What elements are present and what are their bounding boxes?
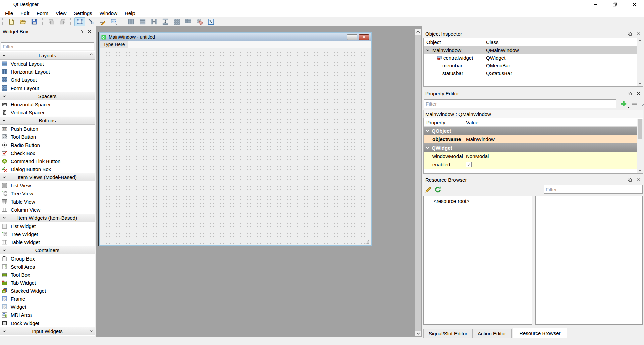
widget-category-spacers[interactable]: Spacers: [0, 92, 95, 100]
widget-item-form-layout[interactable]: Form Layout: [0, 84, 95, 92]
widget-item-frame[interactable]: Frame: [0, 295, 95, 303]
widget-item-scroll-area[interactable]: Scroll Area: [0, 263, 95, 271]
widget-item-radio-button[interactable]: Radio Button: [0, 141, 95, 149]
property-value[interactable]: NonModal: [463, 152, 643, 160]
menu-view[interactable]: View: [52, 10, 70, 17]
tab-resource-browser[interactable]: Resource Browser: [513, 328, 567, 338]
layout-in-form-button[interactable]: [183, 17, 194, 26]
widget-item-combo-box[interactable]: Combo Box: [0, 335, 95, 336]
widget-item-horizontal-layout[interactable]: Horizontal Layout: [0, 68, 95, 76]
widget-item-tree-widget[interactable]: Tree Widget: [0, 230, 95, 238]
configure-property-editor-button[interactable]: [640, 100, 644, 108]
form-close-button[interactable]: [359, 34, 369, 40]
minimize-button[interactable]: [586, 0, 605, 9]
widget-box-close-button[interactable]: [86, 28, 92, 34]
scroll-down-icon[interactable]: [415, 331, 421, 336]
property-filter-input[interactable]: [424, 99, 616, 108]
widget-box-float-button[interactable]: [77, 28, 84, 34]
layout-vertically-in-splitter-button[interactable]: [160, 17, 171, 26]
object-inspector-float-button[interactable]: [627, 31, 633, 37]
reload-resources-button[interactable]: [433, 185, 442, 194]
column-property[interactable]: Property: [424, 118, 463, 126]
form-canvas[interactable]: [100, 48, 371, 245]
undo-button[interactable]: [46, 17, 57, 26]
widget-item-horizontal-spacer[interactable]: Horizontal Spacer: [0, 100, 95, 108]
widget-box-filter-input[interactable]: [1, 42, 94, 50]
property-value[interactable]: MainWindow: [463, 135, 643, 143]
widget-item-vertical-spacer[interactable]: Vertical Spacer: [0, 108, 95, 116]
edit-signals-slots-button[interactable]: [86, 17, 97, 26]
size-grip-icon[interactable]: [365, 240, 370, 244]
property-value[interactable]: [463, 160, 643, 169]
widget-item-list-view[interactable]: List View: [0, 181, 95, 189]
form-window[interactable]: Qt MainWindow - untitled Type Here: [98, 32, 372, 246]
break-layout-button[interactable]: [194, 17, 205, 26]
scroll-up-icon[interactable]: [89, 52, 94, 56]
widget-item-vertical-layout[interactable]: Vertical Layout: [0, 60, 95, 68]
scroll-down-icon[interactable]: [638, 81, 642, 85]
object-inspector-scrollbar[interactable]: [637, 38, 643, 86]
resource-browser-close-button[interactable]: [635, 177, 641, 183]
widget-item-dock-widget[interactable]: Dock Widget: [0, 319, 95, 327]
object-row-menubar[interactable]: menubarQMenuBar: [424, 62, 643, 69]
restore-button[interactable]: [605, 0, 625, 9]
form-window-titlebar[interactable]: Qt MainWindow - untitled: [100, 33, 371, 41]
tab-action-editor[interactable]: Action Editor: [473, 329, 512, 338]
property-editor-close-button[interactable]: [635, 90, 641, 96]
open-form-button[interactable]: [17, 17, 28, 26]
edit-resources-button[interactable]: [424, 185, 433, 194]
remove-dynamic-property-button[interactable]: [630, 100, 638, 108]
tab-signal-slot-editor[interactable]: Signal/Slot Editor: [423, 329, 473, 338]
close-button[interactable]: [625, 0, 644, 9]
scroll-up-icon[interactable]: [415, 29, 421, 35]
widget-item-column-view[interactable]: Column View: [0, 206, 95, 214]
object-inspector-close-button[interactable]: [635, 31, 641, 37]
widget-category-containers[interactable]: Containers: [0, 246, 95, 254]
property-row-objectName[interactable]: objectNameMainWindow: [424, 135, 643, 143]
menu-form[interactable]: Form: [33, 10, 52, 17]
property-group-qwidget[interactable]: QWidget: [424, 143, 643, 152]
widget-item-table-view[interactable]: Table View: [0, 197, 95, 206]
mdi-vertical-scrollbar[interactable]: [415, 29, 421, 336]
redo-button[interactable]: [57, 17, 68, 26]
property-group-qobject[interactable]: QObject: [424, 127, 643, 135]
property-row-windowModal[interactable]: windowModal...NonModal: [424, 152, 643, 160]
widget-item-tab-widget[interactable]: Tab Widget: [0, 279, 95, 287]
layout-in-grid-button[interactable]: [171, 17, 182, 26]
widget-item-group-box[interactable]: Group Box: [0, 254, 95, 263]
widget-item-tool-button[interactable]: Tool Button: [0, 133, 95, 141]
column-value[interactable]: Value: [463, 120, 478, 125]
scroll-down-icon[interactable]: [89, 329, 94, 333]
widget-item-push-button[interactable]: OKPush Button: [0, 125, 95, 133]
resource-filter-input[interactable]: [544, 185, 643, 194]
column-class[interactable]: Class: [483, 39, 499, 45]
menu-type-here[interactable]: Type Here: [100, 41, 128, 48]
column-object[interactable]: Object: [424, 38, 483, 46]
object-row-centralwidget[interactable]: centralwidgetQWidget: [424, 54, 643, 62]
edit-buddies-button[interactable]: [97, 17, 108, 26]
menu-file[interactable]: File: [1, 10, 17, 17]
resource-files-pane[interactable]: [535, 196, 643, 325]
resource-browser-float-button[interactable]: [627, 177, 633, 183]
layout-vertically-button[interactable]: [137, 17, 148, 26]
property-editor-scrollbar[interactable]: [637, 119, 643, 173]
property-editor-float-button[interactable]: [627, 90, 633, 96]
layout-horizontally-button[interactable]: [126, 17, 137, 26]
save-form-button[interactable]: [29, 17, 40, 26]
edit-widgets-button[interactable]: [74, 17, 85, 26]
resource-root-item[interactable]: <resource root>: [424, 196, 532, 204]
widget-item-tool-box[interactable]: Tool Box: [0, 271, 95, 279]
widget-category-item-widgets-item-based-[interactable]: Item Widgets (Item-Based): [0, 214, 95, 222]
object-row-mainwindow[interactable]: MainWindowQMainWindow: [424, 46, 643, 54]
widget-item-mdi-area[interactable]: MDI Area: [0, 311, 95, 319]
widget-item-grid-layout[interactable]: Grid Layout: [0, 76, 95, 84]
object-row-statusbar[interactable]: statusbarQStatusBar: [424, 69, 643, 77]
widget-item-list-widget[interactable]: List Widget: [0, 222, 95, 230]
resource-tree-pane[interactable]: <resource root>: [423, 196, 532, 325]
add-dynamic-property-button[interactable]: [620, 100, 628, 108]
widget-item-tree-view[interactable]: Tree View: [0, 189, 95, 197]
widget-category-input-widgets[interactable]: Input Widgets: [0, 327, 95, 335]
scroll-up-icon[interactable]: [638, 39, 642, 43]
layout-horizontally-in-splitter-button[interactable]: [149, 17, 159, 26]
widget-category-buttons[interactable]: Buttons: [0, 116, 95, 125]
